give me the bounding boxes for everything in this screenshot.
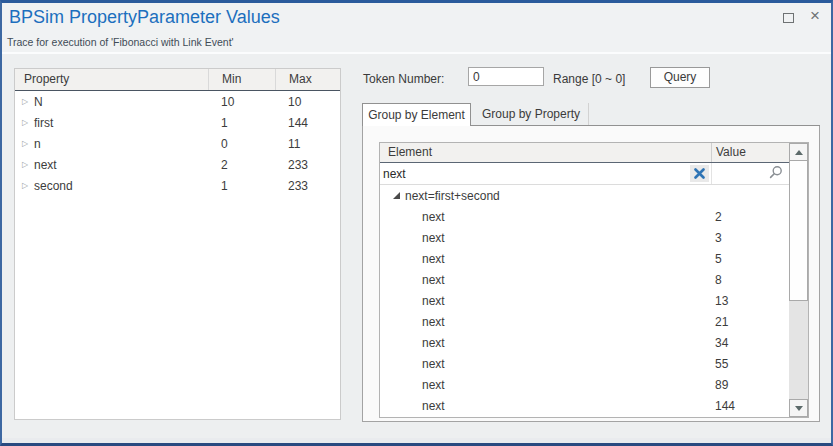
list-item[interactable]: next 144 — [380, 395, 789, 416]
element-value: 21 — [711, 315, 789, 329]
list-item[interactable]: next 5 — [380, 248, 789, 269]
property-max: 233 — [275, 179, 340, 193]
group-row[interactable]: next=first+second — [380, 185, 789, 206]
table-row[interactable]: ▷next 2 233 — [15, 154, 340, 175]
token-number-label: Token Number: — [363, 72, 444, 86]
column-header-property[interactable]: Property — [15, 69, 208, 90]
arrow-down-icon — [795, 406, 803, 411]
property-max: 11 — [275, 137, 340, 151]
list-item[interactable]: next 13 — [380, 290, 789, 311]
property-min: 0 — [208, 137, 275, 151]
scrollbar-track[interactable] — [789, 301, 808, 399]
property-name: second — [34, 179, 73, 193]
expand-arrow-icon[interactable]: ▷ — [22, 161, 34, 169]
group-by-element-panel: Element Value next — [362, 126, 820, 422]
element-table-header: Element Value — [380, 143, 789, 163]
element-value: 3 — [711, 231, 789, 245]
column-header-max[interactable]: Max — [275, 69, 340, 90]
list-item[interactable]: next 8 — [380, 269, 789, 290]
property-max: 144 — [275, 116, 340, 130]
element-value-list: Element Value next — [379, 142, 809, 418]
element-name: next — [380, 399, 711, 413]
property-min: 1 — [208, 179, 275, 193]
tab-strip: Group by Element Group by Property — [362, 103, 820, 126]
property-name: first — [34, 116, 53, 130]
property-name: N — [34, 95, 43, 109]
list-item[interactable]: next 34 — [380, 332, 789, 353]
bpsim-dialog: BPSim PropertyParameter Values Trace for… — [0, 0, 833, 446]
scrollbar-thumb[interactable] — [789, 161, 808, 301]
property-min: 2 — [208, 158, 275, 172]
collapse-arrow-icon[interactable] — [393, 192, 400, 199]
dialog-titlebar: BPSim PropertyParameter Values Trace for… — [2, 3, 831, 54]
maximize-icon[interactable] — [783, 13, 794, 23]
expand-arrow-icon[interactable]: ▷ — [22, 119, 34, 127]
list-item[interactable]: next 3 — [380, 227, 789, 248]
list-item[interactable]: next 89 — [380, 374, 789, 395]
element-name: next — [380, 252, 711, 266]
element-rows: next=first+second next 2 next 3 next — [380, 185, 789, 417]
table-row[interactable]: ▷first 1 144 — [15, 112, 340, 133]
property-max: 10 — [275, 95, 340, 109]
property-min: 10 — [208, 95, 275, 109]
window-bottom-strip — [2, 438, 831, 443]
element-name: next — [380, 294, 711, 308]
element-value: 5 — [711, 252, 789, 266]
element-value: 34 — [711, 336, 789, 350]
element-filter-input[interactable]: next — [383, 167, 406, 181]
expand-arrow-icon[interactable]: ▷ — [22, 98, 34, 106]
query-button[interactable]: Query — [650, 67, 710, 88]
scroll-up-button[interactable] — [789, 143, 808, 161]
table-row[interactable]: ▷N 10 10 — [15, 91, 340, 112]
element-value: 144 — [711, 399, 789, 413]
list-item[interactable]: next 21 — [380, 311, 789, 332]
element-name: next — [380, 273, 711, 287]
element-name: next — [380, 210, 711, 224]
group-label: next=first+second — [405, 189, 500, 203]
element-name: next — [380, 315, 711, 329]
element-value: 13 — [711, 294, 789, 308]
property-max: 233 — [275, 158, 340, 172]
expand-arrow-icon[interactable]: ▷ — [22, 140, 34, 148]
table-row[interactable]: ▷second 1 233 — [15, 175, 340, 196]
list-item[interactable]: next 55 — [380, 353, 789, 374]
dialog-subtitle: Trace for execution of 'Fibonacci with L… — [7, 36, 234, 48]
table-row[interactable]: ▷n 0 11 — [15, 133, 340, 154]
element-value: 2 — [711, 210, 789, 224]
expand-arrow-icon[interactable]: ▷ — [22, 182, 34, 190]
property-min: 1 — [208, 116, 275, 130]
close-icon[interactable]: × — [810, 6, 820, 26]
tab-group-by-property[interactable]: Group by Property — [471, 103, 589, 125]
list-item[interactable]: next 2 — [380, 206, 789, 227]
element-name: next — [380, 357, 711, 371]
property-name: next — [34, 158, 57, 172]
element-name: next — [380, 231, 711, 245]
filter-row: next — [380, 163, 789, 185]
property-table: Property Min Max ▷N 10 10 ▷first 1 144 ▷… — [14, 68, 341, 420]
clear-filter-icon[interactable] — [690, 165, 709, 182]
element-value: 55 — [711, 357, 789, 371]
results-tab-control: Group by Element Group by Property Eleme… — [362, 103, 820, 422]
property-name: n — [34, 137, 41, 151]
vertical-scrollbar[interactable] — [789, 143, 808, 417]
column-header-element[interactable]: Element — [380, 143, 711, 162]
element-value: 89 — [711, 378, 789, 392]
arrow-up-icon — [795, 150, 803, 155]
tab-group-by-element[interactable]: Group by Element — [362, 103, 471, 126]
column-header-min[interactable]: Min — [208, 69, 275, 90]
range-label: Range [0 ~ 0] — [553, 72, 625, 86]
search-icon[interactable] — [769, 165, 783, 182]
column-header-value[interactable]: Value — [711, 143, 789, 162]
property-table-header: Property Min Max — [15, 69, 340, 91]
page-title: BPSim PropertyParameter Values — [9, 7, 280, 28]
element-name: next — [380, 378, 711, 392]
token-number-input[interactable] — [468, 67, 544, 86]
element-name: next — [380, 336, 711, 350]
scroll-down-button[interactable] — [789, 399, 808, 417]
element-value: 8 — [711, 273, 789, 287]
